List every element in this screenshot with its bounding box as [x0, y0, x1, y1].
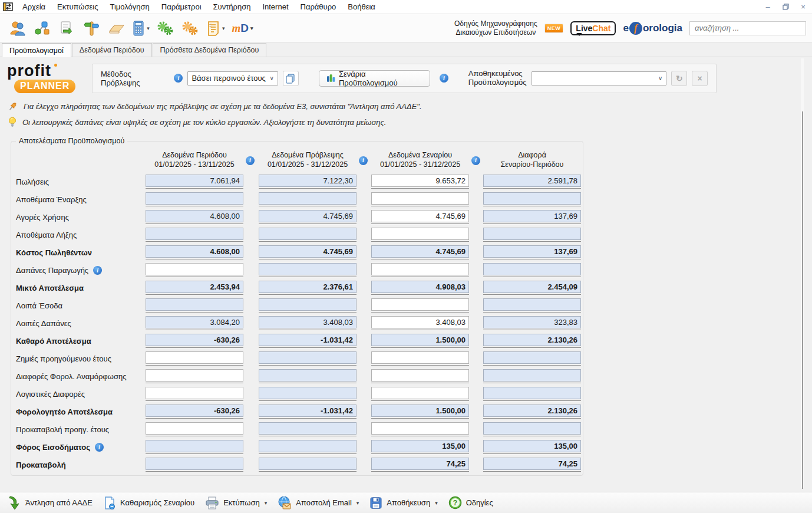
- save-dropdown-arrow[interactable]: ▾: [435, 500, 438, 506]
- bar-chart-icon: [326, 74, 335, 83]
- help-button[interactable]: ? Οδηγίες: [445, 494, 500, 512]
- value-cell: [483, 369, 581, 382]
- cell-underline: 135,00: [483, 440, 581, 454]
- menu-archeia[interactable]: Αρχεία: [16, 1, 51, 12]
- value-cell[interactable]: 4.745,69: [371, 210, 469, 222]
- print-dropdown-arrow[interactable]: ▾: [265, 500, 268, 506]
- menu-internet[interactable]: Internet: [256, 1, 294, 12]
- value-cell: [483, 387, 581, 399]
- save-button[interactable]: Αποθήκευση ▾: [366, 494, 444, 512]
- value-cell[interactable]: [146, 351, 243, 364]
- info-icon[interactable]: i: [359, 156, 368, 165]
- clear-scenario-button[interactable]: Καθαρισμός Σεναρίου: [100, 494, 202, 512]
- send-email-button[interactable]: Αποστολή Email ▾: [274, 494, 366, 512]
- document-send-icon[interactable]: [55, 17, 78, 40]
- menu-syntirisi[interactable]: Συντήρηση: [207, 1, 257, 12]
- connections-icon[interactable]: [31, 17, 53, 40]
- notes-icon[interactable]: ▾: [204, 17, 227, 40]
- restore-button[interactable]: [777, 1, 794, 14]
- menu-voitheia[interactable]: Βοήθεια: [342, 1, 381, 12]
- menu-parathyro[interactable]: Παράθυρο: [295, 1, 342, 12]
- cell-underline: 4.908,03: [371, 281, 469, 295]
- tab-dedomena-periodou[interactable]: Δεδομένα Περιόδου: [72, 43, 152, 57]
- green-gears-icon[interactable]: [154, 17, 177, 40]
- menu-ektyposeis[interactable]: Εκτυπώσεις: [51, 1, 104, 12]
- cell-underline: 4.608,00: [146, 210, 243, 224]
- value-cell[interactable]: [146, 263, 243, 275]
- cell-underline: [259, 387, 357, 401]
- md-logo[interactable]: mD ▾: [230, 17, 256, 40]
- value-cell[interactable]: [371, 228, 469, 240]
- info-icon[interactable]: i: [246, 156, 255, 165]
- clients-icon[interactable]: [6, 17, 28, 40]
- tab-prostheta-dedomena[interactable]: Πρόσθετα Δεδομένα Περιόδου: [153, 43, 267, 57]
- aade-fetch-button[interactable]: Άντληση από ΑΑΔΕ: [5, 494, 100, 512]
- value-cell[interactable]: [146, 387, 243, 399]
- value-cell[interactable]: [371, 369, 469, 382]
- value-cell[interactable]: 9.653,72: [371, 175, 469, 187]
- vertical-scrollbar-thumb[interactable]: [802, 111, 803, 489]
- cell-underline: [483, 422, 581, 436]
- method-info-icon[interactable]: i: [174, 74, 183, 83]
- cell-underline: 7.122,30: [259, 175, 357, 189]
- eforologia-logo[interactable]: eforologia: [623, 22, 682, 35]
- menu-timologisi[interactable]: Τιμολόγηση: [104, 1, 155, 12]
- row-label: Αγορές Χρήσης: [15, 213, 146, 222]
- md-dropdown-arrow[interactable]: ▾: [250, 25, 253, 31]
- cell-underline: [371, 422, 469, 436]
- value-cell: [146, 458, 243, 470]
- guide-link[interactable]: Οδηγός Μηχανογράφησης Δικαιούχων Επιδοτή…: [454, 19, 537, 37]
- value-cell[interactable]: [371, 351, 469, 364]
- cell-underline: [371, 351, 469, 366]
- cell-underline: [371, 263, 469, 277]
- copy-forecast-button[interactable]: [283, 71, 299, 86]
- scenarios-info-icon[interactable]: i: [440, 74, 448, 83]
- value-cell[interactable]: 3.408,03: [371, 316, 469, 328]
- scenarios-button[interactable]: Σενάρια Προϋπολογισμού: [319, 70, 430, 87]
- calculator-dropdown-arrow[interactable]: ▾: [147, 25, 150, 31]
- cell-underline: [259, 192, 357, 206]
- print-button[interactable]: Εκτύπωση ▾: [202, 494, 274, 512]
- save-icon: [369, 496, 382, 509]
- notes-dropdown-arrow[interactable]: ▾: [222, 25, 225, 31]
- value-cell[interactable]: [146, 369, 243, 382]
- saved-budget-select[interactable]: ∨: [532, 71, 667, 86]
- row-label: Λοιπές Δαπάνες: [15, 319, 146, 328]
- svg-text:?: ?: [453, 499, 457, 507]
- value-cell[interactable]: [146, 422, 243, 435]
- value-cell: 2.130,26: [483, 334, 581, 346]
- table-row: Προκαταβολή προηγ. έτους: [15, 420, 583, 438]
- main-toolbar: ▾ ▾ mD ▾ Οδηγό: [0, 14, 812, 42]
- search-input[interactable]: [689, 21, 806, 35]
- value-cell[interactable]: [371, 387, 469, 399]
- method-select[interactable]: Βάσει περσινού έτους∨: [187, 71, 278, 86]
- value-cell: 3.084,20: [146, 316, 243, 328]
- signpost-icon[interactable]: [80, 17, 103, 40]
- calculator-icon[interactable]: ▾: [130, 17, 152, 40]
- close-button[interactable]: ×: [794, 1, 812, 14]
- value-cell[interactable]: [371, 263, 469, 275]
- row-label: Αποθέματα Λήξης: [15, 231, 146, 239]
- info-icon[interactable]: i: [471, 156, 480, 165]
- info-icon[interactable]: i: [95, 443, 104, 452]
- value-cell: 4.745,69: [371, 245, 469, 258]
- cell-underline: [259, 351, 357, 366]
- tab-proypologismoi[interactable]: Προϋπολογισμοί: [2, 43, 71, 57]
- value-cell: [146, 298, 243, 311]
- minimize-button[interactable]: –: [759, 1, 777, 14]
- cell-underline: [483, 387, 581, 401]
- saved-budget-label: Αποθηκευμένος Προϋπολογισμός: [468, 70, 527, 87]
- value-cell[interactable]: [371, 192, 469, 205]
- value-cell: 2.376,61: [259, 281, 357, 293]
- livechat-logo[interactable]: LiveChat: [570, 21, 616, 35]
- value-cell: 1.500,00: [371, 334, 469, 346]
- orange-gears-icon[interactable]: [179, 17, 202, 40]
- info-icon[interactable]: i: [93, 266, 102, 275]
- email-dropdown-arrow[interactable]: ▾: [357, 500, 359, 506]
- menu-parametroi[interactable]: Παράμετροι: [156, 1, 207, 12]
- value-cell[interactable]: [371, 298, 469, 311]
- cell-underline: -1.031,42: [259, 334, 357, 348]
- book-icon[interactable]: [105, 17, 127, 40]
- cell-underline: -630,26: [146, 334, 243, 348]
- value-cell[interactable]: [371, 422, 469, 435]
